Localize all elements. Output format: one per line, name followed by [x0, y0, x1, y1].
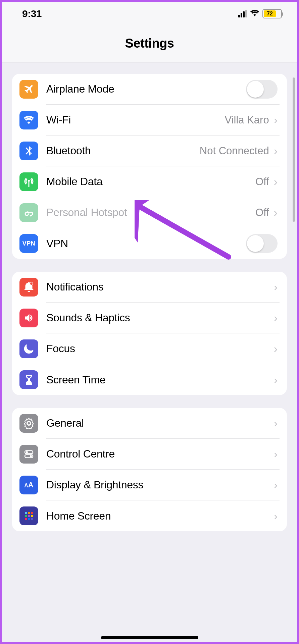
row-wifi[interactable]: Wi-Fi Villa Karo ›	[12, 105, 287, 136]
settings-group-general: General › Control Centre › AA Display & …	[12, 408, 287, 531]
row-detail: Off	[255, 207, 269, 219]
battery-level: 72	[264, 10, 276, 17]
vpn-toggle[interactable]	[246, 234, 278, 253]
airplane-toggle[interactable]	[246, 80, 278, 99]
cellular-signal-icon	[238, 10, 247, 17]
wifi-icon	[19, 111, 38, 129]
page-title: Settings	[2, 36, 297, 51]
svg-rect-8	[28, 512, 30, 514]
row-label: Wi-Fi	[46, 114, 225, 126]
chevron-right-icon: ›	[274, 206, 278, 219]
svg-rect-11	[28, 515, 30, 517]
row-label: Control Centre	[46, 448, 274, 460]
hotspot-icon	[19, 203, 38, 222]
row-mobile-data[interactable]: Mobile Data Off ›	[12, 166, 287, 197]
airplane-icon	[19, 80, 38, 99]
svg-rect-14	[28, 518, 30, 520]
chevron-right-icon: ›	[274, 447, 278, 461]
row-control-centre[interactable]: Control Centre ›	[12, 439, 287, 470]
row-label: Home Screen	[46, 510, 274, 522]
row-label: Notifications	[46, 281, 274, 293]
svg-point-2	[28, 422, 31, 425]
svg-point-1	[30, 282, 33, 285]
row-notifications[interactable]: Notifications ›	[12, 272, 287, 303]
row-label: Display & Brightness	[46, 479, 274, 491]
chevron-right-icon: ›	[274, 509, 278, 523]
svg-rect-7	[25, 512, 27, 514]
svg-point-4	[26, 451, 28, 453]
vpn-icon: VPN	[19, 234, 38, 253]
battery-icon: 72	[262, 9, 282, 18]
row-detail: Not Connected	[200, 145, 269, 157]
content-area: Airplane Mode Wi-Fi Villa Karo › Bluetoo…	[2, 74, 297, 531]
gear-icon	[19, 414, 38, 433]
row-detail: Villa Karo	[225, 114, 269, 126]
chevron-right-icon: ›	[274, 144, 278, 157]
antenna-icon	[19, 172, 38, 191]
row-sounds-haptics[interactable]: Sounds & Haptics ›	[12, 303, 287, 333]
row-label: Bluetooth	[46, 145, 200, 157]
status-indicators: 72	[238, 9, 282, 18]
row-display-brightness[interactable]: AA Display & Brightness ›	[12, 470, 287, 500]
chevron-right-icon: ›	[274, 175, 278, 188]
switches-icon	[19, 445, 38, 464]
moon-icon	[19, 339, 38, 358]
row-focus[interactable]: Focus ›	[12, 333, 287, 364]
settings-group-notifications: Notifications › Sounds & Haptics › Focus…	[12, 272, 287, 395]
svg-rect-9	[31, 512, 33, 514]
chevron-right-icon: ›	[274, 417, 278, 430]
svg-rect-10	[25, 515, 27, 517]
row-vpn[interactable]: VPN VPN	[12, 228, 287, 259]
row-label: Mobile Data	[46, 175, 255, 188]
speaker-icon	[19, 309, 38, 327]
row-label: Personal Hotspot	[46, 206, 255, 219]
chevron-right-icon: ›	[274, 342, 278, 355]
row-bluetooth[interactable]: Bluetooth Not Connected ›	[12, 136, 287, 166]
grid-icon	[19, 506, 38, 525]
row-home-screen[interactable]: Home Screen ›	[12, 500, 287, 531]
chevron-right-icon: ›	[274, 373, 278, 386]
bluetooth-icon	[19, 142, 38, 160]
home-indicator[interactable]	[101, 636, 198, 639]
row-label: Screen Time	[46, 374, 274, 386]
row-label: Focus	[46, 342, 274, 355]
svg-rect-13	[25, 518, 27, 520]
chevron-right-icon: ›	[274, 280, 278, 293]
hourglass-icon	[19, 370, 38, 389]
row-airplane-mode[interactable]: Airplane Mode	[12, 74, 287, 105]
chevron-right-icon: ›	[274, 478, 278, 491]
status-bar: 9:31 72	[2, 2, 297, 25]
svg-rect-15	[31, 518, 33, 520]
chevron-right-icon: ›	[274, 113, 278, 126]
text-size-icon: AA	[19, 476, 38, 494]
row-label: Airplane Mode	[46, 83, 246, 95]
row-detail: Off	[255, 176, 269, 188]
scrollbar[interactable]	[293, 77, 295, 222]
row-label: General	[46, 417, 274, 429]
navigation-header: Settings	[2, 25, 297, 62]
row-screen-time[interactable]: Screen Time ›	[12, 364, 287, 395]
row-general[interactable]: General ›	[12, 408, 287, 439]
wifi-icon	[250, 9, 259, 18]
status-time: 9:31	[22, 8, 42, 19]
chevron-right-icon: ›	[274, 311, 278, 324]
settings-group-connectivity: Airplane Mode Wi-Fi Villa Karo › Bluetoo…	[12, 74, 287, 259]
svg-rect-12	[31, 515, 33, 517]
row-label: Sounds & Haptics	[46, 312, 274, 324]
row-label: VPN	[46, 237, 246, 250]
row-personal-hotspot[interactable]: Personal Hotspot Off ›	[12, 197, 287, 228]
bell-icon	[19, 278, 38, 297]
svg-point-6	[30, 455, 32, 457]
